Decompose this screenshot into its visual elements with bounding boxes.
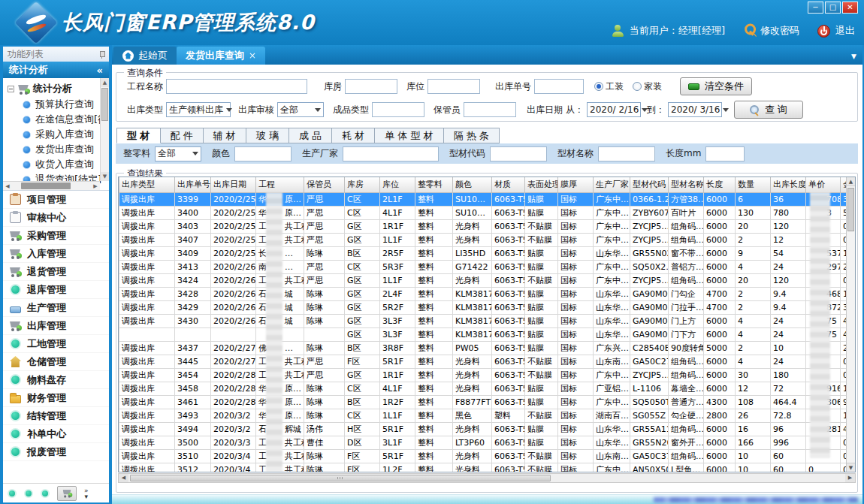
footer-more-button[interactable]: »▾: [84, 487, 89, 499]
scroll-down-icon[interactable]: ▼: [101, 172, 109, 181]
date-from-select[interactable]: 2020/ 2/16: [587, 102, 641, 117]
whole-part-select[interactable]: 全部: [155, 146, 201, 161]
tree-expander-icon[interactable]: [8, 86, 14, 92]
column-header-颜色[interactable]: 颜色: [453, 177, 492, 192]
scroll-right-icon[interactable]: ▶: [91, 182, 100, 191]
tree-root-statistics[interactable]: 统计分析: [8, 80, 98, 97]
scroll-left-icon[interactable]: ◀: [3, 182, 12, 191]
location-input[interactable]: [427, 79, 480, 94]
search-button[interactable]: 查 询: [734, 101, 803, 119]
tree-item-收货入库查询[interactable]: 收货入库查询: [8, 157, 98, 172]
column-header-保管员[interactable]: 保管员: [304, 177, 345, 192]
table-row[interactable]: 调拨出库35102020/3/4工共工程陈琳F区5R1F整料光身料6063-T5…: [119, 449, 856, 463]
table-row[interactable]: 调拨出库34542020/2/28工共工程严思G区1R1F整料光身料6063-T…: [119, 368, 856, 382]
tab-home[interactable]: 起始页: [113, 47, 177, 65]
table-row[interactable]: 调拨出库35122020/3/4工共工程陈琳F区1L2F整料光身料6063-T5…: [119, 463, 856, 472]
column-header-库位[interactable]: 库位: [380, 177, 415, 192]
project-name-input[interactable]: [166, 79, 307, 94]
change-password-link[interactable]: 修改密码: [760, 24, 799, 38]
pin-icon[interactable]: [99, 51, 104, 58]
material-tab-5[interactable]: 成 品: [289, 128, 332, 143]
grid-horizontal-scrollbar[interactable]: ◀ ▶: [118, 473, 856, 483]
table-row[interactable]: 调拨出库34292020/2/26石城陈琳G区5R2F整料KLM38176063…: [119, 300, 856, 314]
column-header-出库单号[interactable]: 出库单号: [175, 177, 211, 192]
table-row[interactable]: 调拨出库33992020/2/25华原…严思C区2L1F整料SU10…6063-…: [119, 192, 856, 206]
column-header-单价[interactable]: 单价: [806, 177, 841, 192]
table-row[interactable]: 调拨出库34092020/2/25长…陈琳B区2R5F整料LI35HD6063-…: [119, 246, 856, 260]
table-row[interactable]: 调拨出库34032020/2/25工共工程严思G区1R1F整料光身料6063-T…: [119, 219, 856, 233]
keeper-input[interactable]: [464, 102, 516, 117]
scroll-right-icon[interactable]: ▶: [845, 474, 855, 482]
column-header-材质[interactable]: 材质: [492, 177, 525, 192]
column-header-库房[interactable]: 库房: [345, 177, 380, 192]
sidebar-group-工地管理[interactable]: 工地管理: [3, 335, 109, 353]
tree-hscroll-thumb[interactable]: [21, 183, 71, 189]
scroll-up-icon[interactable]: ▲: [101, 78, 109, 87]
sidebar-group-项目管理[interactable]: 项目管理: [3, 191, 109, 209]
column-header-数量[interactable]: 数量: [736, 177, 771, 192]
material-tab-2[interactable]: 配 件: [161, 128, 204, 143]
collapse-icon[interactable]: «: [97, 65, 103, 76]
sidebar-group-退库管理[interactable]: 退库管理: [3, 281, 109, 299]
out-type-select[interactable]: 生产领料出库: [166, 102, 231, 117]
sidebar-group-入库管理[interactable]: 入库管理: [3, 245, 109, 263]
table-row[interactable]: 调拨出库35002020/3/3工共工程曹佳D区3L1F整料LT3P606063…: [119, 436, 856, 449]
scroll-left-icon[interactable]: ◀: [119, 474, 128, 482]
tab-shipping-outbound-query[interactable]: 发货出库查询 ×: [177, 47, 265, 65]
tab-close-icon[interactable]: ×: [249, 50, 256, 61]
material-tab-3[interactable]: 辅 材: [204, 128, 246, 143]
sidebar-group-退货管理[interactable]: 退货管理: [3, 263, 109, 281]
footer-circle-icon[interactable]: [24, 489, 33, 498]
radio-icon[interactable]: [633, 82, 642, 91]
sidebar-group-生产管理[interactable]: 生产管理: [3, 299, 109, 317]
tree-vertical-scrollbar[interactable]: ▲ ▼: [100, 78, 109, 181]
sidebar-group-补单中心[interactable]: 补单中心: [3, 425, 109, 443]
sidebar-group-仓储管理[interactable]: 仓储管理: [3, 353, 109, 371]
material-tab-1[interactable]: 型 材: [116, 128, 161, 143]
tree-horizontal-scrollbar[interactable]: ◀ ▶: [3, 181, 100, 190]
table-row[interactable]: 调拨出库34282020/2/26石城陈琳G区2L4F整料KLM38176063…: [119, 287, 856, 300]
close-button[interactable]: ✕: [842, 2, 858, 14]
tree-vscroll-thumb[interactable]: [101, 88, 108, 121]
footer-circle-icon[interactable]: [41, 489, 50, 498]
minimize-button[interactable]: −: [808, 2, 823, 14]
profile-code-input[interactable]: [490, 146, 547, 161]
table-row[interactable]: 调拨出库34372020/2/27佛…陈琳B区3R8F整料PW056063-T5…: [119, 341, 856, 355]
sidebar-group-采购管理[interactable]: 采购管理: [3, 227, 109, 245]
logout-link[interactable]: 退出: [835, 24, 855, 38]
table-row[interactable]: 调拨出库34942020/3/2石辉城汤伟H区5R1F整料光身料6063-T5贴…: [119, 422, 856, 436]
radio-icon[interactable]: [594, 82, 603, 91]
column-header-整零料[interactable]: 整零料: [415, 177, 453, 192]
material-tab-4[interactable]: 玻 璃: [246, 128, 289, 143]
table-row[interactable]: 调拨出库34932020/3/2华原…陈琳C区1L1F整料黑色塑料不贴膜国标湖南…: [119, 409, 856, 422]
color-input[interactable]: [234, 146, 292, 161]
table-row[interactable]: 调拨出库34072020/2/25工共工程严思G区1L1F整料光身料6063-T…: [119, 233, 856, 246]
table-row[interactable]: 调拨出库34582020/2/28华原…陈琳C区4L1F整料光身料6063-T5…: [119, 382, 856, 395]
column-header-表面处理[interactable]: 表面处理: [525, 177, 558, 192]
column-header-长度[interactable]: 长度: [704, 177, 736, 192]
sidebar-group-结转管理[interactable]: 结转管理: [3, 407, 109, 425]
sidebar-group-财务管理[interactable]: 财务管理: [3, 389, 109, 407]
grid-vertical-scrollbar[interactable]: ▲ ▼: [846, 177, 855, 472]
tree-item-预算执行查询[interactable]: 预算执行查询: [8, 97, 98, 112]
sidebar-group-物料盘存[interactable]: 物料盘存: [3, 371, 109, 389]
sidebar-group-报废管理[interactable]: 报废管理: [3, 443, 109, 461]
footer-cart-button[interactable]: [57, 486, 77, 501]
column-header-生产厂家[interactable]: 生产厂家: [594, 177, 630, 192]
sidebar-group-出库管理[interactable]: 出库管理: [3, 317, 109, 335]
profile-name-input[interactable]: [598, 146, 655, 161]
grid-hscroll-thumb[interactable]: [130, 475, 551, 481]
column-header-工程[interactable]: 工程: [256, 177, 304, 192]
column-header-出库类型[interactable]: 出库类型: [119, 177, 175, 192]
scroll-up-icon[interactable]: ▲: [847, 177, 855, 186]
material-tab-7[interactable]: 单 体 型 材: [375, 128, 443, 143]
table-row[interactable]: G区3L3F整料KLM38176063-T5贴膜国标山东华…GA90M09.门下…: [119, 327, 856, 341]
column-header-型材名称[interactable]: 型材名称: [669, 177, 704, 192]
column-header-型材代码[interactable]: 型材代码: [630, 177, 669, 192]
clear-conditions-button[interactable]: 清空条件: [680, 77, 752, 95]
radio-gongzhuang[interactable]: 工装: [594, 80, 624, 93]
column-header-出库长度[interactable]: 出库长度: [771, 177, 806, 192]
order-no-input[interactable]: [534, 79, 584, 94]
product-type-input[interactable]: [372, 102, 424, 117]
table-row[interactable]: 调拨出库34452020/2/27工共工程严思F区5R1F整料光身料6063-T…: [119, 355, 856, 368]
